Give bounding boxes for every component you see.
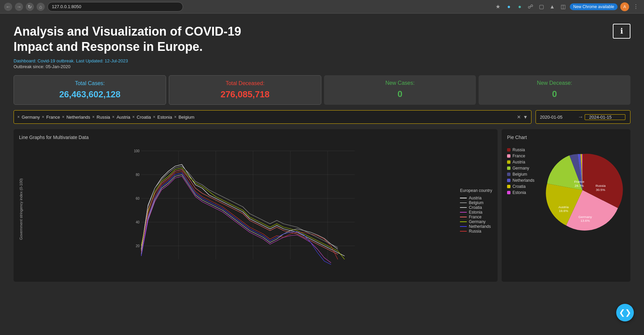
remove-country-icon[interactable]: × [132, 115, 135, 119]
forward-button[interactable]: → [15, 3, 23, 11]
page-title: Analysis and Visualization of COVID-19 I… [14, 24, 251, 54]
home-button[interactable]: ⌂ [37, 3, 45, 11]
total-deceased-label: Total Deceased: [176, 80, 314, 86]
new-cases-label: New Cases: [331, 80, 469, 86]
total-cases-card: Total Cases: 26,463,602,128 [14, 75, 166, 105]
pie-legend-item: Austria [507, 160, 535, 164]
date-arrow-icon: → [577, 114, 585, 120]
subtitle-text: Dashboard: Covid-19 outbreak. Last Updat… [14, 58, 103, 63]
pie-legend-label: Russia [512, 147, 525, 152]
line-chart-svg-wrapper: 100 80 60 40 20 [28, 144, 457, 274]
pie-legend-label: France [512, 154, 525, 158]
profile-icon[interactable]: ◫ [559, 3, 567, 11]
main-content: Analysis and Visualization of COVID-19 I… [0, 14, 644, 289]
svg-text:28.7%: 28.7% [575, 184, 584, 188]
refresh-button[interactable]: ↻ [26, 3, 34, 11]
line-chart-svg: 100 80 60 40 20 [28, 144, 457, 273]
extension1-icon[interactable]: ● [505, 3, 513, 11]
bookmark-icon[interactable]: ★ [494, 3, 502, 11]
svg-text:80: 80 [136, 173, 140, 177]
legend-item: Austria [460, 196, 492, 200]
new-decease-card: New Decease: 0 [479, 75, 630, 105]
pie-legend: RussiaFranceAustriaGermanyBelgiumNetherl… [507, 147, 535, 239]
new-chrome-badge[interactable]: New Chrome available [570, 3, 618, 10]
country-tag[interactable]: ×Austria [112, 115, 130, 120]
svg-text:Germany: Germany [578, 215, 592, 219]
pie-legend-dot [507, 160, 510, 164]
nav-arrow-button[interactable]: ❮❯ [616, 304, 634, 321]
svg-text:100: 100 [134, 149, 140, 153]
line-legend-items: AustriaBelgiumCroatiaEstoniaFranceGerman… [460, 196, 492, 234]
pie-legend-dot [507, 173, 510, 176]
extensions-icon[interactable]: ▢ [537, 3, 545, 11]
browser-bar: ← → ↻ ⌂ 127.0.0.1:8050 ★ ● ● ☍ ▢ ▲ ◫ New… [0, 0, 644, 14]
legend-label: France [469, 215, 481, 219]
cast-icon[interactable]: ▲ [548, 3, 556, 11]
y-axis-label: Government stringency index (0-100) [19, 178, 23, 240]
date-filter-box: → [536, 110, 630, 124]
browser-avatar[interactable]: A [620, 2, 629, 11]
legend-item: Belgium [460, 200, 492, 205]
pie-legend-item: Germany [507, 166, 535, 171]
last-updated: 12-Jul-2023 [105, 58, 128, 63]
country-tag[interactable]: ×France [42, 115, 60, 120]
svg-text:Austria: Austria [558, 205, 569, 209]
pie-legend-label: Estonia [512, 190, 526, 195]
pie-chart-svg: Russia 30.5% France 28.7% Austria 19.6% … [540, 147, 625, 239]
header-row: Analysis and Visualization of COVID-19 I… [14, 24, 630, 54]
legend-label: Austria [469, 196, 481, 200]
new-cases-value: 0 [331, 89, 469, 99]
pie-legend-item: Croatia [507, 184, 535, 189]
pie-legend-item: Estonia [507, 190, 535, 195]
svg-text:19.6%: 19.6% [559, 209, 568, 213]
reader-icon[interactable]: ☍ [526, 3, 535, 11]
legend-label: Russia [469, 229, 481, 234]
info-icon: ℹ [620, 27, 623, 36]
line-chart-container: Line Graphs for Multivariate Data Govern… [14, 129, 498, 282]
legend-item: Netherlands [460, 224, 492, 229]
remove-country-icon[interactable]: × [62, 115, 64, 119]
url-bar[interactable]: 127.0.0.1:8050 [47, 2, 183, 12]
country-filter-box[interactable]: ×Germany×France×Netherlands×Russia×Austr… [14, 110, 531, 124]
remove-country-icon[interactable]: × [17, 115, 20, 119]
country-tag[interactable]: ×Estonia [153, 115, 172, 120]
pie-legend-dot [507, 166, 510, 170]
legend-item: France [460, 215, 492, 219]
country-tag[interactable]: ×Croatia [132, 115, 151, 120]
line-chart-legend: European country AustriaBelgiumCroatiaEs… [460, 144, 492, 274]
filter-dropdown-btn[interactable]: ▼ [523, 114, 528, 120]
browser-actions: ★ ● ● ☍ ▢ ▲ ◫ New Chrome available A ⋮ [494, 2, 640, 11]
svg-text:40: 40 [136, 220, 140, 224]
extension2-icon[interactable]: ● [516, 3, 524, 11]
remove-country-icon[interactable]: × [153, 115, 155, 119]
pie-legend-item: Belgium [507, 172, 535, 177]
subtitle: Dashboard: Covid-19 outbreak. Last Updat… [14, 58, 630, 63]
legend-color [460, 221, 467, 222]
remove-country-icon[interactable]: × [112, 115, 115, 119]
date-from-input[interactable] [536, 115, 577, 120]
url-text: 127.0.0.1:8050 [52, 4, 81, 9]
legend-label: Estonia [469, 210, 482, 215]
pie-legend-label: Germany [512, 166, 529, 171]
pie-legend-dot [507, 148, 510, 152]
remove-country-icon[interactable]: × [92, 115, 95, 119]
remove-country-icon[interactable]: × [42, 115, 44, 119]
date-to-input[interactable] [585, 114, 625, 120]
info-button[interactable]: ℹ [613, 24, 630, 39]
pie-legend-item: Russia [507, 147, 535, 152]
country-tag[interactable]: ×Netherlands [62, 115, 90, 120]
back-button[interactable]: ← [4, 3, 12, 11]
pie-legend-label: Netherlands [512, 178, 535, 183]
svg-text:Russia: Russia [596, 184, 606, 188]
remove-country-icon[interactable]: × [174, 115, 177, 119]
pie-chart-content: RussiaFranceAustriaGermanyBelgiumNetherl… [507, 144, 625, 239]
menu-icon[interactable]: ⋮ [632, 3, 640, 11]
country-tag[interactable]: ×Germany [17, 115, 40, 120]
country-tag[interactable]: ×Russia [92, 115, 110, 120]
filter-clear-btn[interactable]: ✕ [517, 114, 521, 120]
pie-legend-label: Austria [512, 160, 525, 164]
svg-text:60: 60 [136, 197, 140, 200]
legend-color [460, 207, 467, 208]
title-section: Analysis and Visualization of COVID-19 I… [14, 24, 251, 54]
country-tag[interactable]: ×Belgium [174, 115, 195, 120]
